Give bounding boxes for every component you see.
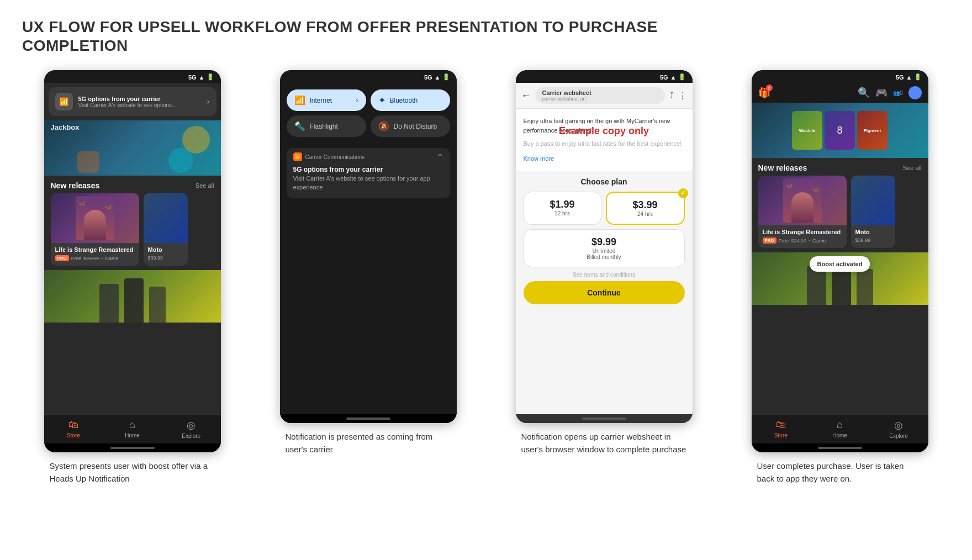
home-icon-1: ⌂ bbox=[129, 419, 135, 431]
status-bar-1: 5G ▲ 🔋 bbox=[44, 70, 221, 83]
gift-wrap[interactable]: 🎁 2 bbox=[758, 87, 770, 99]
lis-type: Game bbox=[105, 256, 119, 261]
phone-screen-3: ← Carrier websheet carrier websheet url … bbox=[516, 83, 693, 414]
signal-icon-3: ▲ bbox=[670, 74, 677, 81]
internet-label: Internet bbox=[310, 97, 332, 104]
nav-explore-1[interactable]: ◎ Explore bbox=[162, 419, 221, 439]
moto-title-4: Moto bbox=[855, 229, 891, 235]
jackbox-logo: Jackbox bbox=[51, 123, 80, 131]
plan3-price: $9.99 bbox=[531, 236, 678, 248]
battle-banner-4: Boost activated bbox=[752, 252, 928, 305]
home-bar-3 bbox=[582, 418, 626, 420]
moto-info: Moto $39.99 bbox=[144, 243, 188, 265]
plan3-unlimited: Unlimited bbox=[531, 248, 678, 254]
notif-expand-icon[interactable]: ⌃ bbox=[437, 152, 443, 161]
battery-icon-1: 🔋 bbox=[207, 73, 214, 81]
example-copy-wrapper: Example copy only bbox=[516, 125, 693, 137]
home-bar-4 bbox=[818, 447, 862, 449]
plan1-duration: 12 hrs bbox=[531, 210, 594, 216]
share-icon[interactable]: ⤴ bbox=[669, 91, 674, 101]
moto-img-4 bbox=[851, 176, 895, 225]
know-more-link[interactable]: Know more bbox=[524, 155, 554, 162]
game-card-lis-img: 🦋 🦋 bbox=[51, 193, 139, 243]
caption-3: Notification opens up carrier websheet i… bbox=[521, 431, 687, 456]
game-card-lis-img-4: 🦋 🦋 bbox=[758, 176, 847, 225]
flashlight-icon: 🔦 bbox=[294, 121, 305, 131]
qs-row-1: 📶 Internet › ✦ Bluetooth bbox=[287, 89, 450, 111]
lis-art: 🦋 🦋 bbox=[76, 196, 114, 240]
phone-frame-1: 5G ▲ 🔋 📶 5G options from your carrier Vi… bbox=[44, 70, 221, 452]
notif-chevron-icon[interactable]: › bbox=[207, 97, 210, 106]
qs-tile-dnd[interactable]: 🔕 Do Not Disturb bbox=[371, 115, 450, 137]
avatar-4[interactable] bbox=[908, 86, 922, 99]
browser-back-icon[interactable]: ← bbox=[521, 90, 531, 102]
url-sub: carrier websheet url bbox=[542, 96, 658, 102]
game-card-lis-4[interactable]: 🦋 🦋 Life is Strange Remastered PRO Free … bbox=[758, 176, 847, 248]
search-icon-4[interactable]: 🔍 bbox=[858, 87, 870, 99]
qs-tile-internet[interactable]: 📶 Internet › bbox=[287, 89, 366, 111]
game-card-lis[interactable]: 🦋 🦋 Life is Strange Remastered PRO Free … bbox=[51, 193, 139, 266]
internet-icon: 📶 bbox=[294, 95, 305, 105]
nav-home-4[interactable]: ⌂ Home bbox=[810, 419, 869, 439]
status-icons-2: ▲ 🔋 bbox=[435, 73, 450, 81]
plan-option-1[interactable]: $1.99 12 hrs bbox=[524, 192, 601, 225]
internet-arrow: › bbox=[356, 97, 358, 104]
lis-title: Life is Strange Remastered bbox=[55, 246, 135, 253]
lis-price: Free bbox=[71, 256, 82, 261]
qs-tile-flashlight[interactable]: 🔦 Flashlight bbox=[287, 115, 366, 137]
battery-icon-3: 🔋 bbox=[678, 73, 686, 81]
url-bar[interactable]: Carrier websheet carrier websheet url bbox=[536, 87, 665, 104]
soldier-3 bbox=[149, 287, 166, 323]
nav-explore-4[interactable]: ◎ Explore bbox=[869, 419, 928, 439]
see-all-4[interactable]: See all bbox=[903, 165, 922, 171]
game-card-lis-info: Life is Strange Remastered PRO Free $24.… bbox=[51, 243, 139, 266]
store-label-1: Store bbox=[67, 432, 80, 439]
qs-tile-bluetooth[interactable]: ✦ Bluetooth bbox=[371, 89, 450, 111]
home-bar-1 bbox=[110, 447, 155, 449]
moto-img bbox=[144, 193, 188, 243]
nav-store-4[interactable]: 🛍 Store bbox=[752, 419, 811, 439]
example-copy-text: Example copy only bbox=[559, 125, 649, 136]
plan2-duration: 24 hrs bbox=[614, 211, 677, 217]
plan-option-2[interactable]: ✓ $3.99 24 hrs bbox=[606, 192, 685, 225]
notif-app-name: Carrier Communications bbox=[305, 154, 365, 160]
flow-step-4: 5G ▲ 🔋 🎁 2 🔍 🎮 👥0 bbox=[730, 70, 950, 485]
section-header-1: New releases See all bbox=[44, 176, 221, 193]
dnd-icon: 🔕 bbox=[378, 121, 389, 131]
game-card-moto[interactable]: Moto $39.99 bbox=[144, 193, 188, 266]
thumb-2: 8 bbox=[825, 111, 855, 150]
qs-row-2: 🔦 Flashlight 🔕 Do Not Disturb bbox=[287, 115, 450, 137]
pro-badge-1: PRO bbox=[55, 255, 69, 261]
deco-circle-2 bbox=[168, 148, 193, 173]
gamepad-icon-4[interactable]: 🎮 bbox=[875, 87, 888, 99]
notification-card-2[interactable]: 📶 Carrier Communications ⌃ 5G options fr… bbox=[287, 148, 450, 198]
plan-option-3[interactable]: $9.99 Unlimited Billed monthly bbox=[524, 229, 685, 267]
home-indicator-4 bbox=[752, 443, 928, 452]
flow-step-3: 5G ▲ 🔋 ← Carrier websheet carrier webshe… bbox=[494, 70, 714, 456]
notif-app-icon: 📶 bbox=[55, 93, 73, 110]
section-title-1: New releases bbox=[51, 181, 100, 190]
websheet-content: Enjoy ultra fast gaming on the go with M… bbox=[516, 109, 693, 171]
continue-button[interactable]: Continue bbox=[524, 281, 685, 304]
more-icon[interactable]: ⋮ bbox=[678, 91, 687, 101]
store-icon-1: 🛍 bbox=[68, 419, 78, 431]
butterfly-1: 🦋 bbox=[78, 200, 85, 207]
plan3-billed: Billed monthly bbox=[531, 254, 678, 260]
notif-title-1: 5G options from your carrier bbox=[78, 96, 202, 102]
hero-banner-1: Jackbox bbox=[44, 120, 221, 176]
explore-icon-1: ◎ bbox=[187, 419, 196, 431]
game-card-moto-4[interactable]: Moto $39.99 bbox=[851, 176, 895, 248]
url-title: Carrier websheet bbox=[542, 89, 658, 96]
see-all-1[interactable]: See all bbox=[196, 182, 214, 189]
status-5g-4: 5G bbox=[896, 74, 904, 81]
thumb-2-num: 8 bbox=[837, 125, 842, 136]
deco-box-1 bbox=[77, 151, 99, 173]
home-icon-4: ⌂ bbox=[837, 419, 843, 431]
signal-icon-1: ▲ bbox=[199, 74, 205, 81]
nav-home-1[interactable]: ⌂ Home bbox=[103, 419, 162, 439]
terms-text[interactable]: See terms and conditions bbox=[524, 267, 685, 281]
nav-store-1[interactable]: 🛍 Store bbox=[44, 419, 103, 439]
heads-up-notification[interactable]: 📶 5G options from your carrier Visit Car… bbox=[49, 87, 216, 116]
antenna-icon: 📶 bbox=[59, 97, 68, 106]
explore-label-4: Explore bbox=[889, 433, 908, 439]
